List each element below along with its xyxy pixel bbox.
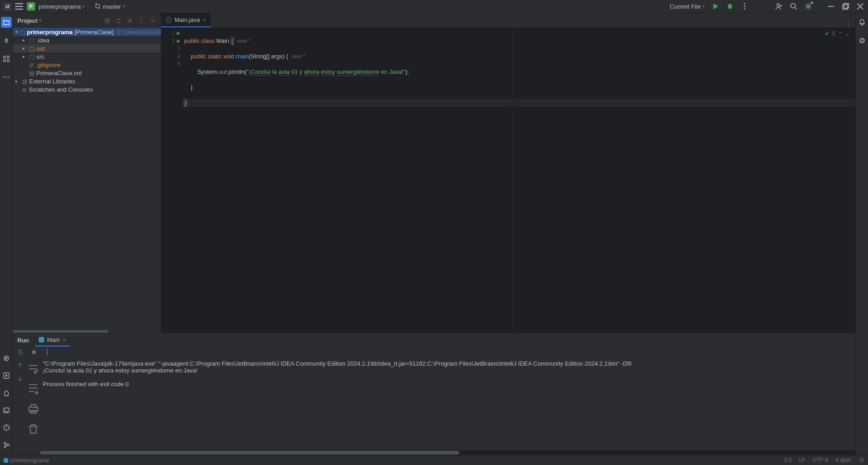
svg-rect-10 (7, 56, 9, 58)
editor-tabs: C Main.java × ⋮ (161, 13, 855, 28)
expand-all-icon[interactable] (115, 17, 122, 24)
down-arrow-icon[interactable] (16, 375, 23, 382)
tree-item-src[interactable]: ▸ ▢ src (13, 52, 161, 61)
main-menu-icon[interactable] (15, 3, 23, 10)
terminal-tool-icon[interactable] (1, 405, 12, 416)
panel-title: Project (17, 17, 37, 24)
root-name: primerprograma (27, 29, 72, 36)
tabs-options-icon[interactable]: ⋮ (842, 21, 855, 27)
tree-item-iml[interactable]: ▤ PrimeraClase.iml (13, 69, 161, 77)
gutter: 1▶ 2▶ 3 4 5 (161, 28, 183, 333)
tree-item-label: src (36, 53, 44, 60)
branch-name: master (103, 3, 121, 10)
commit-tool-icon[interactable] (1, 35, 12, 46)
svg-point-29 (46, 350, 47, 351)
scroll-to-end-icon[interactable] (26, 382, 40, 396)
project-tool-icon[interactable] (1, 17, 12, 28)
select-opened-file-icon[interactable] (104, 17, 111, 24)
svg-point-27 (141, 22, 142, 23)
stop-icon[interactable] (31, 349, 37, 356)
run-tab-main[interactable]: Main × (35, 334, 70, 346)
run-config-dropdown[interactable]: Current File ▾ (670, 3, 705, 10)
ai-assistant-icon[interactable] (857, 35, 868, 46)
editor-tab-main[interactable]: C Main.java × (161, 13, 211, 27)
debug-button[interactable] (726, 2, 734, 10)
branch-dropdown[interactable]: master ▾ (94, 3, 125, 10)
maximize-button[interactable] (842, 2, 850, 10)
svg-point-30 (46, 351, 47, 352)
run-tab-label: Main (47, 336, 60, 343)
lock-icon[interactable] (859, 457, 864, 464)
run-tool-icon[interactable] (1, 370, 12, 381)
settings-icon[interactable] (804, 2, 812, 10)
run-button[interactable] (711, 2, 719, 10)
java-class-icon: C (166, 17, 172, 23)
vcs-tool-icon[interactable] (1, 439, 12, 450)
tree-item-out[interactable]: ▸ ▢ out (13, 44, 161, 52)
tree-root[interactable]: ▾ ▢ primerprograma [PrimeraClase] C:\Use… (13, 28, 161, 36)
run-options-icon[interactable] (44, 349, 51, 356)
close-button[interactable] (856, 2, 864, 10)
search-icon[interactable] (790, 2, 798, 10)
svg-point-31 (46, 354, 47, 355)
code-editor[interactable]: ✔ 5 ⌃ ⌄ 1▶ 2▶ 3 4 5 public class Main { … (161, 28, 855, 333)
run-config-name: Current File (670, 3, 701, 10)
build-tool-icon[interactable] (1, 388, 12, 398)
indent-info[interactable]: 4 spac (836, 457, 852, 464)
problems-tool-icon[interactable] (1, 422, 12, 433)
tree-scratches[interactable]: ≣ Scratches and Consoles (13, 85, 161, 93)
panel-options-icon[interactable] (138, 17, 145, 24)
line-separator[interactable]: LF (799, 457, 806, 464)
module-name[interactable]: primerprograma (10, 457, 49, 464)
more-tools-icon[interactable] (1, 72, 12, 83)
scratches-icon: ≣ (22, 86, 27, 93)
close-tab-icon[interactable]: × (203, 16, 206, 23)
tree-item-label: .idea (36, 37, 49, 44)
code-content[interactable]: public class Main { new * public static … (183, 28, 855, 333)
services-tool-icon[interactable] (1, 353, 12, 364)
root-alias: [PrimeraClase] (74, 29, 113, 36)
project-scrollbar[interactable] (13, 330, 161, 333)
tree-external-libraries[interactable]: ▸ ▥ External Libraries (13, 77, 161, 85)
folder-icon: ▢ (20, 29, 25, 36)
console-output[interactable]: "C:\Program Files\Java\jdk-17\bin\java.e… (40, 357, 855, 450)
project-dropdown[interactable]: primerprograma ▾ (39, 3, 85, 10)
rerun-icon[interactable] (17, 349, 24, 356)
chevron-right-icon: ▸ (15, 79, 20, 83)
svg-rect-9 (4, 56, 5, 58)
file-encoding[interactable]: UTF-8 (813, 457, 828, 464)
svg-rect-12 (7, 60, 9, 62)
notifications-icon[interactable] (857, 17, 868, 28)
tree-item-idea[interactable]: ▸ ▢ .idea (13, 36, 161, 44)
tree-item-gitignore[interactable]: ⊘ .gitignore (13, 61, 161, 69)
minimize-button[interactable] (827, 2, 835, 10)
structure-tool-icon[interactable] (1, 53, 12, 64)
module-icon (4, 458, 8, 463)
more-actions-icon[interactable] (740, 2, 749, 10)
console-scrollbar[interactable] (40, 450, 855, 455)
file-icon: ▤ (29, 70, 35, 77)
tree-item-label: .gitignore (36, 62, 60, 68)
run-line-icon[interactable]: ▶ (177, 29, 180, 37)
soft-wrap-icon[interactable] (26, 362, 40, 376)
run-line-icon[interactable]: ▶ (177, 37, 180, 45)
svg-rect-11 (4, 60, 5, 62)
clear-console-icon[interactable] (26, 422, 40, 436)
statusbar: primerprograma 5:2 LF UTF-8 4 spac (0, 455, 868, 465)
cursor-position[interactable]: 5:2 (784, 457, 792, 464)
chevron-down-icon[interactable]: ▾ (39, 18, 41, 23)
hide-panel-icon[interactable] (149, 17, 156, 24)
print-icon[interactable] (26, 402, 40, 416)
project-tree[interactable]: ▾ ▢ primerprograma [PrimeraClase] C:\Use… (13, 28, 161, 93)
svg-rect-28 (32, 351, 36, 354)
up-arrow-icon[interactable] (16, 362, 23, 369)
collapse-all-icon[interactable] (127, 17, 134, 24)
chevron-down-icon: ▾ (703, 4, 705, 9)
svg-point-21 (4, 446, 6, 448)
code-with-me-icon[interactable] (775, 2, 783, 10)
close-tab-icon[interactable]: × (62, 336, 66, 343)
svg-point-25 (141, 18, 142, 19)
folder-icon: ▢ (29, 45, 35, 52)
svg-rect-36 (860, 459, 863, 461)
run-config-icon (39, 337, 44, 342)
